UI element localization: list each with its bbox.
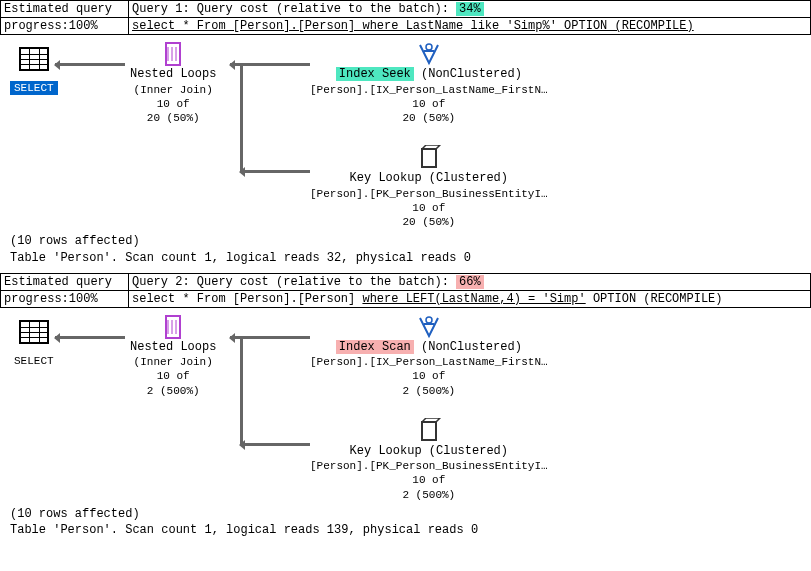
progress-label: Estimated query: [1, 1, 129, 17]
op-title: Nested Loops: [130, 340, 216, 356]
op-pct: 20 (50%): [310, 215, 548, 229]
execution-plan-2[interactable]: SELECT Nested Loops (Inner Join) 10 of 2…: [0, 308, 811, 498]
key-obj: [Person].[PK_Person_BusinessEntityI…: [310, 187, 548, 201]
cost-header: Query 2: Query cost (relative to the bat…: [129, 274, 810, 290]
svg-rect-2: [422, 149, 436, 167]
key-lookup-icon: [416, 145, 442, 171]
index-type: (NonClustered): [421, 67, 522, 81]
op-rows: 10 of: [310, 97, 548, 111]
sql-mid: where LEFT(LastName,4) = 'Simp': [362, 292, 585, 306]
op-title: Nested Loops: [130, 67, 216, 83]
select-label: SELECT: [10, 81, 58, 95]
index-label: Index Seek: [336, 67, 414, 81]
op-pct: 2 (500%): [130, 384, 216, 398]
op-title: Key Lookup (Clustered): [310, 444, 548, 460]
results-2: (10 rows affected) Table 'Person'. Scan …: [0, 498, 811, 546]
index-seek-icon: [416, 41, 442, 67]
op-rows: 10 of: [310, 369, 548, 383]
key-obj: [Person].[PK_Person_BusinessEntityI…: [310, 459, 548, 473]
sql-text: select * From [Person].[Person] where La…: [129, 18, 810, 34]
rows-affected: (10 rows affected): [10, 506, 801, 523]
nested-loops-icon: [160, 314, 186, 340]
op-rows: 10 of: [130, 97, 216, 111]
cost-header: Query 1: Query cost (relative to the bat…: [129, 1, 810, 17]
op-pct: 2 (500%): [310, 384, 548, 398]
progress-value: progress:100%: [1, 18, 129, 34]
table-icon: [19, 320, 49, 344]
svg-point-1: [426, 44, 432, 50]
svg-rect-5: [422, 422, 436, 440]
query-header-1: Estimated query Query 1: Query cost (rel…: [0, 0, 811, 35]
io-stats: Table 'Person'. Scan count 1, logical re…: [10, 522, 801, 539]
op-rows: 10 of: [130, 369, 216, 383]
index-obj: [Person].[IX_Person_LastName_FirstN…: [310, 83, 548, 97]
nested-loops-operator[interactable]: Nested Loops (Inner Join) 10 of 2 (500%): [130, 314, 216, 398]
op-rows: 10 of: [310, 201, 548, 215]
rows-affected: (10 rows affected): [10, 233, 801, 250]
cost-text: Query 2: Query cost (relative to the bat…: [132, 275, 456, 289]
results-1: (10 rows affected) Table 'Person'. Scan …: [0, 225, 811, 273]
sql-text: select * From [Person].[Person] where LE…: [129, 291, 810, 307]
index-scan-icon: [416, 314, 442, 340]
op-pct: 20 (50%): [310, 111, 548, 125]
table-icon: [19, 47, 49, 71]
op-title: Key Lookup (Clustered): [310, 171, 548, 187]
sql-pre: select * From [Person].[Person]: [132, 292, 362, 306]
nested-loops-operator[interactable]: Nested Loops (Inner Join) 10 of 20 (50%): [130, 41, 216, 125]
progress-value: progress:100%: [1, 291, 129, 307]
key-lookup-operator[interactable]: Key Lookup (Clustered) [Person].[PK_Pers…: [310, 145, 548, 229]
query-header-2: Estimated query Query 2: Query cost (rel…: [0, 273, 811, 308]
index-obj: [Person].[IX_Person_LastName_FirstN…: [310, 355, 548, 369]
cost-text: Query 1: Query cost (relative to the bat…: [132, 2, 456, 16]
op-subtitle: (Inner Join): [130, 83, 216, 97]
op-subtitle: (Inner Join): [130, 355, 216, 369]
key-lookup-icon: [416, 418, 442, 444]
index-label: Index Scan: [336, 340, 414, 354]
cost-badge: 66%: [456, 275, 484, 289]
nested-loops-icon: [160, 41, 186, 67]
sql-post: OPTION (RECOMPILE): [586, 292, 723, 306]
op-pct: 20 (50%): [130, 111, 216, 125]
select-operator[interactable]: SELECT: [10, 320, 58, 368]
cost-badge: 34%: [456, 2, 484, 16]
index-seek-operator[interactable]: Index Seek (NonClustered) [Person].[IX_P…: [310, 41, 548, 125]
svg-point-4: [426, 317, 432, 323]
select-label: SELECT: [10, 354, 58, 368]
select-operator[interactable]: SELECT: [10, 47, 58, 95]
execution-plan-1[interactable]: SELECT Nested Loops (Inner Join) 10 of 2…: [0, 35, 811, 225]
op-pct: 2 (500%): [310, 488, 548, 502]
index-type: (NonClustered): [421, 340, 522, 354]
op-rows: 10 of: [310, 473, 548, 487]
io-stats: Table 'Person'. Scan count 1, logical re…: [10, 250, 801, 267]
progress-label: Estimated query: [1, 274, 129, 290]
index-scan-operator[interactable]: Index Scan (NonClustered) [Person].[IX_P…: [310, 314, 548, 398]
key-lookup-operator[interactable]: Key Lookup (Clustered) [Person].[PK_Pers…: [310, 418, 548, 502]
